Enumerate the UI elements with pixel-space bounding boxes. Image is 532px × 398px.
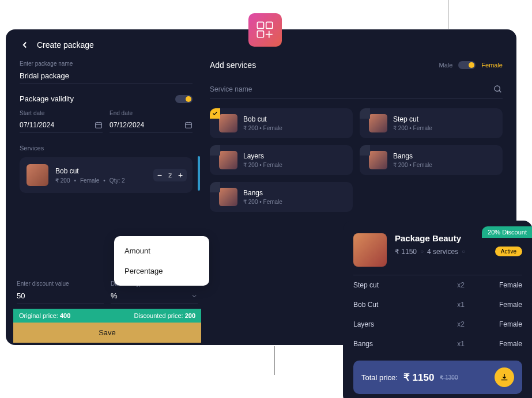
- chevron-down-icon: [191, 293, 198, 300]
- add-services-title: Add services: [210, 60, 256, 70]
- svg-line-14: [499, 90, 501, 92]
- svg-rect-9: [186, 123, 192, 128]
- total-original-price: ₹ 1300: [440, 374, 458, 381]
- price-summary-bar: Original price: 400 Discounted price: 20…: [13, 309, 201, 323]
- check-icon: [360, 108, 370, 119]
- total-price-bar: Total price: ₹ 1150 ₹ 1300: [353, 361, 522, 394]
- qty-increment-button[interactable]: +: [175, 170, 186, 180]
- dropdown-option-amount[interactable]: Amount: [114, 241, 209, 261]
- decorative-line: [274, 346, 275, 375]
- service-card[interactable]: Bangs₹ 200 • Female: [360, 145, 503, 175]
- package-lines: Step cutx2Female Bob Cutx1Female Layersx…: [353, 275, 522, 354]
- add-services-column: Add services Male Female Bob cut₹ 200 • …: [210, 60, 503, 212]
- service-gender: Female: [80, 177, 99, 184]
- discount-type-value: %: [111, 291, 118, 300]
- service-card-name: Bangs: [393, 152, 432, 160]
- package-name-label: Enter package name: [20, 60, 193, 67]
- service-card-name: Step cut: [393, 115, 432, 123]
- original-price: 400: [60, 312, 70, 319]
- save-button[interactable]: Save: [13, 323, 201, 343]
- service-search-input[interactable]: [210, 85, 493, 93]
- package-preview-card: 20% Discount Package Beauty ₹ 1150 ○ 4 s…: [343, 221, 532, 398]
- download-button[interactable]: [495, 367, 514, 387]
- back-icon[interactable]: [20, 40, 30, 50]
- qty-value: 2: [165, 172, 175, 179]
- page-title: Create package: [37, 40, 94, 50]
- end-date-input[interactable]: 07/12/2024: [110, 119, 193, 133]
- calendar-icon: [184, 121, 193, 129]
- service-thumbnail: [369, 114, 387, 132]
- check-icon: [210, 145, 220, 156]
- decorative-line: [448, 0, 448, 29]
- gender-toggle[interactable]: [458, 61, 476, 69]
- calendar-icon: [95, 121, 103, 129]
- services-grid: Bob cut₹ 200 • Female Step cut₹ 200 • Fe…: [210, 108, 503, 212]
- original-price-label: Original price:: [19, 312, 58, 319]
- check-icon: [360, 145, 370, 156]
- end-date-value: 07/12/2024: [110, 121, 144, 129]
- female-label: Female: [481, 62, 503, 69]
- start-date-input[interactable]: 07/11/2024: [20, 119, 103, 133]
- quantity-stepper: − 2 +: [153, 169, 187, 181]
- service-card-name: Layers: [243, 152, 282, 160]
- discount-type-select[interactable]: %: [111, 289, 198, 304]
- start-date-label: Start date: [20, 110, 103, 116]
- check-icon: [210, 108, 220, 119]
- scrollbar[interactable]: [198, 156, 200, 191]
- end-date-label: End date: [110, 110, 193, 116]
- start-date-value: 07/11/2024: [20, 121, 54, 129]
- active-badge: Active: [495, 247, 522, 256]
- service-card[interactable]: Bangs₹ 200 • Female: [210, 182, 353, 212]
- service-thumbnail: [219, 151, 237, 169]
- package-line: Bob Cutx1Female: [353, 295, 522, 314]
- service-price: ₹ 200: [55, 177, 70, 184]
- discount-type-dropdown: Amount Percentage: [114, 236, 209, 286]
- service-card[interactable]: Bob cut₹ 200 • Female: [210, 108, 353, 138]
- package-line: Step cutx2Female: [353, 275, 522, 295]
- discount-value-input[interactable]: [17, 289, 104, 304]
- service-thumbnail: [219, 188, 237, 206]
- service-thumbnail: [27, 164, 48, 186]
- qty-decrement-button[interactable]: −: [154, 170, 165, 180]
- services-section-label: Services: [20, 145, 193, 151]
- svg-rect-5: [96, 123, 102, 128]
- discounted-price-label: Discounted price:: [134, 312, 183, 319]
- discount-ribbon: 20% Discount: [482, 226, 532, 238]
- form-column: Enter package name Package validity Star…: [20, 60, 193, 212]
- service-thumbnail: [369, 151, 387, 169]
- service-thumbnail: [219, 114, 237, 132]
- total-label: Total price:: [361, 373, 398, 382]
- validity-toggle[interactable]: [175, 95, 193, 103]
- male-label: Male: [439, 62, 452, 69]
- svg-rect-1: [266, 22, 273, 28]
- discount-section: Enter discount value Discount type % Ori…: [13, 281, 201, 343]
- svg-rect-0: [257, 22, 263, 28]
- search-icon[interactable]: [493, 85, 503, 94]
- package-line: Layersx2Female: [353, 314, 522, 334]
- package-line: Bangsx1Female: [353, 334, 522, 354]
- dropdown-option-percentage[interactable]: Percentage: [114, 261, 209, 281]
- discounted-price: 200: [185, 312, 195, 319]
- package-price: ₹ 1150: [395, 248, 417, 256]
- package-services-count: 4 services: [427, 248, 458, 256]
- service-card-name: Bob cut: [243, 115, 282, 123]
- service-card[interactable]: Step cut₹ 200 • Female: [360, 108, 503, 138]
- gender-toggle-group: Male Female: [439, 61, 503, 69]
- service-card-name: Bangs: [243, 189, 282, 197]
- service-qty-label: Qty: 2: [110, 177, 125, 184]
- svg-rect-2: [257, 31, 263, 37]
- discount-value-label: Enter discount value: [17, 281, 104, 287]
- validity-label: Package validity: [20, 94, 74, 103]
- package-name-input[interactable]: [20, 69, 193, 84]
- download-icon: [500, 373, 509, 382]
- svg-point-13: [495, 86, 500, 91]
- service-card[interactable]: Layers₹ 200 • Female: [210, 145, 353, 175]
- package-thumbnail: [353, 233, 387, 267]
- selected-service-item: Bob cut ₹ 200 Female Qty: 2 − 2 +: [20, 157, 193, 193]
- app-icon: [248, 13, 282, 47]
- total-price: ₹ 1150: [403, 372, 435, 384]
- check-icon: [210, 182, 220, 192]
